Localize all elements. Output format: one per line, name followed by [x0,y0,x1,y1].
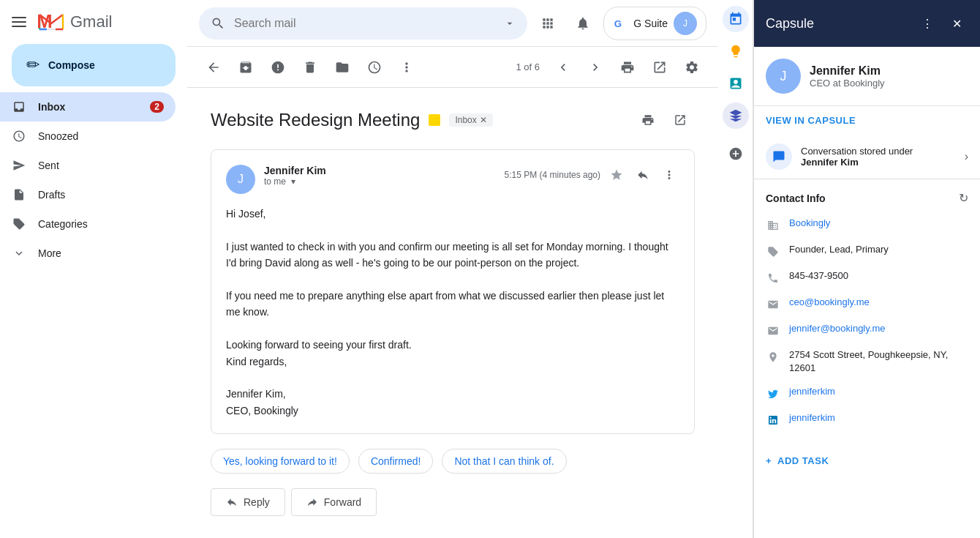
sidebar: M Gmail ✏ Compose Inbox 2 Snoozed Sent [0,0,187,538]
contact-section: J Jennifer Kim CEO at Bookingly [754,47,980,106]
sidebar-item-more[interactable]: More [0,239,176,268]
email2-row: jennifer@bookingly.me [766,322,968,338]
gsuite-label: G Suite [633,18,668,29]
side-icon-panel [718,0,753,538]
settings-button[interactable] [677,53,706,82]
inbox-tag[interactable]: Inbox ✕ [449,113,492,127]
print-button[interactable] [613,53,642,82]
capsule-close-button[interactable]: ✕ [945,12,968,35]
email-area: Website Redesign Meeting Inbox ✕ J Jenni… [187,88,718,538]
user-avatar: J [674,12,697,35]
notifications-button[interactable] [568,9,598,38]
new-window-button[interactable] [645,53,674,82]
prev-email-button[interactable] [549,53,578,82]
conversation-arrow-icon: › [965,150,968,163]
star-button[interactable] [606,165,627,185]
reply-icon [226,496,238,508]
inbox-label: Inbox [38,101,65,113]
label-arrow-icon [429,114,440,126]
company-row: Bookingly [766,217,968,233]
delete-button[interactable] [295,53,325,82]
sidebar-item-inbox[interactable]: Inbox 2 [0,92,176,122]
sidebar-header: M Gmail [0,6,187,44]
sent-label: Sent [38,160,59,171]
refresh-icon[interactable]: ↻ [959,191,968,205]
tasks-side-icon[interactable] [723,70,749,97]
contact-job-title: CEO at Bookingly [810,78,885,89]
move-to-button[interactable] [328,53,357,82]
sidebar-item-drafts[interactable]: Drafts [0,180,176,209]
lightbulb-side-icon[interactable] [723,38,749,64]
compose-button[interactable]: ✏ Compose [12,44,176,86]
phone-icon [766,271,780,285]
gsuite-button[interactable]: G G Suite J [603,7,706,40]
search-dropdown-icon[interactable] [504,18,516,29]
capsule-title: Capsule [766,16,916,31]
capsule-header-icons: ⋮ ✕ [916,12,968,35]
twitter-row: jenniferkim [766,385,968,401]
calendar-side-icon[interactable] [723,6,749,32]
subject-icons [633,105,695,135]
sidebar-item-snoozed[interactable]: Snoozed [0,122,176,151]
search-icon [211,16,225,31]
reply-button[interactable]: Reply [211,488,285,516]
message-more-button[interactable] [659,165,679,185]
inbox-tag-close[interactable]: ✕ [480,115,487,125]
twitter-handle[interactable]: jenniferkim [789,385,835,398]
topbar: G G Suite J [187,0,718,47]
reply-icon-button[interactable] [633,165,653,185]
next-email-button[interactable] [581,53,610,82]
archive-button[interactable] [231,53,260,82]
email-toolbar: 1 of 6 [187,47,718,88]
open-new-window-button[interactable] [666,105,695,135]
tags-row: Founder, Lead, Primary [766,243,968,259]
address-text: 2754 Scott Street, Poughkeepsie, NY, 126… [789,348,968,375]
sender-info: Jennifer Kim to me ▾ [264,165,505,187]
email2-text[interactable]: jennifer@bookingly.me [789,322,885,335]
add-task-button[interactable]: + ADD TASK [766,455,968,466]
add-side-icon[interactable] [723,141,749,167]
email-meta: J Jennifer Kim to me ▾ 5:15 PM (4 minute… [226,165,679,194]
forward-button[interactable]: Forward [291,488,377,516]
add-task-icon: + [766,455,772,466]
phone-text: 845-437-9500 [789,269,848,283]
more-toolbar-button[interactable] [392,53,421,82]
smart-reply-3[interactable]: Not that I can think of. [442,449,566,474]
email-subject: Website Redesign Meeting [211,110,420,130]
inbox-icon [12,100,26,114]
sidebar-item-categories[interactable]: Categories [0,209,176,239]
apps-button[interactable] [533,9,562,38]
back-button[interactable] [199,53,228,82]
company-icon [766,218,780,233]
more-label: More [38,247,61,259]
sidebar-nav: Inbox 2 Snoozed Sent Drafts Categories [0,92,187,268]
forward-icon [306,496,318,508]
hamburger-menu-icon[interactable] [12,13,29,31]
report-spam-button[interactable] [263,53,293,82]
snooze-button[interactable] [360,53,389,82]
smart-reply-2[interactable]: Confirmed! [358,449,433,474]
sender-to-dropdown[interactable]: ▾ [291,176,295,187]
contact-info-title: Contact Info [766,193,959,204]
conversation-stored-row[interactable]: Conversation stored under Jennifer Kim › [754,135,980,179]
capsule-header: Capsule ⋮ ✕ [754,0,980,47]
address-icon [766,350,780,365]
contact-info-header: Contact Info ↻ [766,191,968,205]
gsuite-g-icon: G [613,16,627,31]
company-name[interactable]: Bookingly [789,217,830,230]
main-area: G G Suite J 1 of 6 [187,0,718,538]
search-input[interactable] [234,17,495,30]
capsule-side-icon[interactable] [723,102,749,129]
capsule-more-button[interactable]: ⋮ [916,12,939,35]
email2-icon [766,324,780,338]
email1-text[interactable]: ceo@bookingly.me [789,296,870,309]
linkedin-handle[interactable]: jenniferkim [789,411,835,425]
compose-plus-icon: ✏ [26,56,39,75]
view-in-capsule-button[interactable]: VIEW IN CAPSULE [766,115,968,126]
print-email-button[interactable] [633,105,663,135]
drafts-icon [12,187,26,202]
sidebar-item-sent[interactable]: Sent [0,151,176,180]
smart-reply-1[interactable]: Yes, looking forward to it! [211,449,350,474]
twitter-icon [766,386,780,401]
capsule-panel: Capsule ⋮ ✕ J Jennifer Kim CEO at Bookin… [753,0,980,538]
